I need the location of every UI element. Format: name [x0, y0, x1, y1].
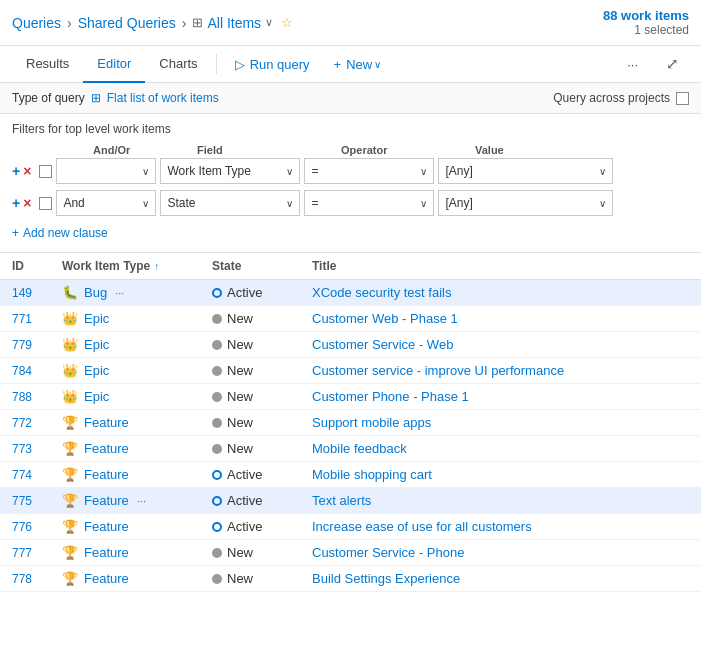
row-type: 🏆 Feature — [62, 441, 212, 456]
row-state-text: New — [227, 337, 253, 352]
table-row[interactable]: 776 🏆 Feature Active Increase ease of us… — [0, 514, 701, 540]
table-row[interactable]: 149 🐛 Bug ··· Active XCode security test… — [0, 280, 701, 306]
row-title-text[interactable]: Customer service - improve UI performanc… — [312, 363, 564, 378]
favorite-star-icon[interactable]: ☆ — [281, 15, 293, 30]
filter-1-add-button[interactable]: + — [12, 163, 20, 179]
breadcrumb-queries[interactable]: Queries — [12, 15, 61, 31]
row-more-icon[interactable]: ··· — [137, 495, 146, 507]
row-id[interactable]: 771 — [12, 312, 62, 326]
table-row[interactable]: 778 🏆 Feature New Build Settings Experie… — [0, 566, 701, 592]
tab-editor[interactable]: Editor — [83, 46, 145, 83]
row-title-text[interactable]: Customer Phone - Phase 1 — [312, 389, 469, 404]
more-icon: ··· — [627, 57, 638, 72]
filter-1-operator-select[interactable]: = ∨ — [304, 158, 434, 184]
filter-1-operator-value: = — [311, 164, 318, 178]
row-title: Customer Web - Phase 1 — [312, 311, 689, 326]
table-row[interactable]: 771 👑 Epic New Customer Web - Phase 1 — [0, 306, 701, 332]
row-state: New — [212, 389, 312, 404]
new-label: New — [346, 57, 372, 72]
row-title-text[interactable]: Mobile shopping cart — [312, 467, 432, 482]
filter-2-andor-select[interactable]: And ∨ — [56, 190, 156, 216]
table-row[interactable]: 777 🏆 Feature New Customer Service - Pho… — [0, 540, 701, 566]
filter-1-checkbox[interactable] — [39, 165, 52, 178]
row-id[interactable]: 772 — [12, 416, 62, 430]
query-across-checkbox[interactable] — [676, 92, 689, 105]
table-body: 149 🐛 Bug ··· Active XCode security test… — [0, 280, 701, 592]
row-more-icon[interactable]: ··· — [115, 287, 124, 299]
row-title-text[interactable]: Build Settings Experience — [312, 571, 460, 586]
add-clause-button[interactable]: + Add new clause — [12, 222, 689, 248]
tab-charts[interactable]: Charts — [145, 46, 211, 83]
row-title-text[interactable]: Text alerts — [312, 493, 371, 508]
run-query-label: Run query — [250, 57, 310, 72]
row-type-name: Feature — [84, 441, 129, 456]
filters-section: Filters for top level work items And/Or … — [0, 114, 701, 252]
table-row[interactable]: 779 👑 Epic New Customer Service - Web — [0, 332, 701, 358]
filter-1-field-select[interactable]: Work Item Type ∨ — [160, 158, 300, 184]
breadcrumb-chevron-icon[interactable]: ∨ — [265, 16, 273, 29]
tab-results[interactable]: Results — [12, 46, 83, 83]
expand-icon: ⤢ — [666, 55, 679, 73]
filter-2-field-value: State — [167, 196, 195, 210]
grid-icon: ⊞ — [192, 15, 203, 30]
row-title-text[interactable]: Customer Web - Phase 1 — [312, 311, 458, 326]
row-type: 👑 Epic — [62, 311, 212, 326]
row-type: 🐛 Bug ··· — [62, 285, 212, 300]
row-id[interactable]: 778 — [12, 572, 62, 586]
filter-2-add-button[interactable]: + — [12, 195, 20, 211]
row-title-text[interactable]: Customer Service - Web — [312, 337, 453, 352]
new-button[interactable]: + New ∨ — [324, 51, 392, 78]
row-title-text[interactable]: Mobile feedback — [312, 441, 407, 456]
row-title-text[interactable]: Increase ease of use for all customers — [312, 519, 532, 534]
row-title: Customer service - improve UI performanc… — [312, 363, 689, 378]
filter-1-remove-button[interactable]: × — [23, 163, 31, 179]
row-id[interactable]: 773 — [12, 442, 62, 456]
row-id[interactable]: 774 — [12, 468, 62, 482]
row-title-text[interactable]: Customer Service - Phone — [312, 545, 464, 560]
run-query-button[interactable]: ▷ Run query — [225, 51, 320, 78]
filter-2-value-select[interactable]: [Any] ∨ — [438, 190, 613, 216]
row-id[interactable]: 779 — [12, 338, 62, 352]
filter-2-operator-select[interactable]: = ∨ — [304, 190, 434, 216]
table-row[interactable]: 773 🏆 Feature New Mobile feedback — [0, 436, 701, 462]
table-row[interactable]: 774 🏆 Feature Active Mobile shopping car… — [0, 462, 701, 488]
row-title: XCode security test fails — [312, 285, 689, 300]
row-type: 🏆 Feature — [62, 519, 212, 534]
row-id[interactable]: 777 — [12, 546, 62, 560]
epic-icon: 👑 — [62, 337, 78, 352]
table-row[interactable]: 772 🏆 Feature New Support mobile apps — [0, 410, 701, 436]
filter-1-actions: + × — [12, 163, 31, 179]
filter-2-operator-value: = — [311, 196, 318, 210]
row-id[interactable]: 775 — [12, 494, 62, 508]
row-id[interactable]: 784 — [12, 364, 62, 378]
row-title: Customer Service - Phone — [312, 545, 689, 560]
table-row[interactable]: 784 👑 Epic New Customer service - improv… — [0, 358, 701, 384]
filter-2-checkbox[interactable] — [39, 197, 52, 210]
row-type-name: Feature — [84, 519, 129, 534]
table-row[interactable]: 775 🏆 Feature ··· Active Text alerts — [0, 488, 701, 514]
breadcrumb-shared-queries[interactable]: Shared Queries — [78, 15, 176, 31]
state-dot — [212, 470, 222, 480]
breadcrumb-current[interactable]: All Items — [207, 15, 261, 31]
row-id[interactable]: 149 — [12, 286, 62, 300]
expand-button[interactable]: ⤢ — [656, 49, 689, 79]
row-title-text[interactable]: XCode security test fails — [312, 285, 451, 300]
op-2-chevron-icon: ∨ — [420, 198, 427, 209]
row-id[interactable]: 776 — [12, 520, 62, 534]
table-row[interactable]: 788 👑 Epic New Customer Phone - Phase 1 — [0, 384, 701, 410]
filter-2-remove-button[interactable]: × — [23, 195, 31, 211]
state-dot — [212, 288, 222, 298]
col-header-type[interactable]: Work Item Type ↑ — [62, 259, 212, 273]
row-id[interactable]: 788 — [12, 390, 62, 404]
filter-2-field-select[interactable]: State ∨ — [160, 190, 300, 216]
feature-icon: 🏆 — [62, 467, 78, 482]
filter-1-andor-select[interactable]: ∨ — [56, 158, 156, 184]
row-title-text[interactable]: Support mobile apps — [312, 415, 431, 430]
query-type-value[interactable]: Flat list of work items — [107, 91, 219, 105]
filter-1-value-select[interactable]: [Any] ∨ — [438, 158, 613, 184]
col-type-label: Work Item Type — [62, 259, 150, 273]
more-options-button[interactable]: ··· — [617, 51, 648, 78]
state-dot — [212, 522, 222, 532]
row-title: Customer Phone - Phase 1 — [312, 389, 689, 404]
op-1-chevron-icon: ∨ — [420, 166, 427, 177]
